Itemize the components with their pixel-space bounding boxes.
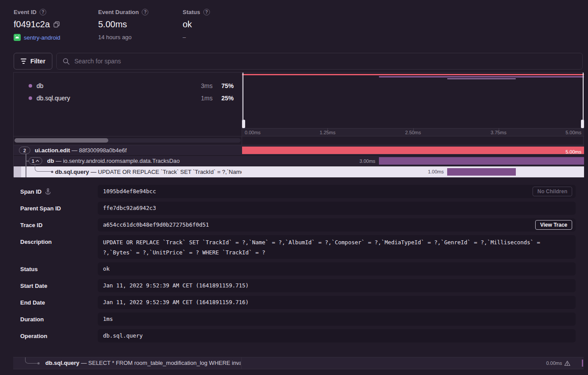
- span-children-toggle[interactable]: 2: [19, 147, 30, 154]
- axis-tick: 2.50ms: [405, 130, 421, 135]
- span-id-value: 1095bd4ef8e94bcc No Children: [98, 185, 576, 198]
- detail-label: Description: [20, 239, 52, 245]
- legend-duration: 1ms: [201, 95, 213, 102]
- tree-node-dot: [37, 362, 40, 364]
- filter-button-label: Filter: [30, 58, 45, 65]
- span-row-db-sql-query-selected[interactable]: db.sql.query — UPDATE OR REPLACE `Track`…: [14, 166, 584, 177]
- trace-id-value: a654cc61dc0b48ef9d0b27275b6f0d51 View Tr…: [98, 218, 576, 232]
- view-trace-button[interactable]: View Trace: [535, 220, 572, 230]
- event-duration-column: Event Duration ? 5.00ms 14 hours ago: [98, 9, 148, 40]
- end-date-value: Jan 11, 2022 9:52:39 AM CET (1641891159.…: [98, 296, 576, 309]
- tree-elbow-connector: [35, 165, 52, 172]
- legend-duration: 3ms: [201, 82, 213, 89]
- span-bar[interactable]: 5.00ms: [242, 147, 584, 154]
- legend-operation: db: [37, 82, 44, 89]
- filter-icon: [21, 59, 26, 64]
- chevron-up-icon: [36, 160, 39, 162]
- event-id-value: f0491c2a: [14, 19, 50, 29]
- detail-label: Operation: [20, 333, 47, 339]
- anchor-icon[interactable]: [45, 188, 51, 195]
- minimap-span-line: [379, 76, 584, 77]
- span-duration-label: 1.00ms: [428, 166, 444, 177]
- minimap-span-line: [242, 74, 584, 75]
- time-axis: 0.00ms 1.25ms 2.50ms 3.75ms 5.00ms: [242, 128, 584, 136]
- axis-tick: 1.25ms: [320, 130, 335, 135]
- span-search: [56, 53, 583, 70]
- status-label: Status: [183, 9, 200, 15]
- start-date-value: Jan 11, 2022 9:52:39 AM CET (1641891159.…: [98, 279, 576, 292]
- detail-label: Span ID: [20, 188, 41, 195]
- description-value: UPDATE OR REPLACE `Track` SET `TrackId` …: [98, 235, 576, 259]
- help-icon[interactable]: ?: [40, 9, 46, 15]
- detail-label: Parent Span ID: [20, 205, 61, 212]
- axis-tick: 5.00ms: [566, 130, 581, 135]
- filter-button[interactable]: Filter: [14, 53, 52, 70]
- tree-guide-line: [26, 154, 26, 177]
- legend-dot-icon: [29, 96, 32, 100]
- selected-row-marker: [14, 166, 21, 177]
- span-row-db[interactable]: 1 db — io.sentry.android.roomsample.data…: [14, 156, 584, 166]
- copy-icon[interactable]: [53, 21, 60, 28]
- parent-span-id-value: ffe7dbc92a6942c3: [98, 202, 576, 215]
- panel-divider: [241, 357, 242, 369]
- event-id-column: Event ID ? f0491c2a sentry-android: [14, 9, 60, 41]
- span-operation: db.sql.query: [45, 360, 79, 366]
- span-duration-label: 0.00ms: [546, 357, 562, 369]
- scrollbar-thumb[interactable]: [15, 138, 108, 143]
- status-subtext: –: [183, 34, 186, 40]
- search-input[interactable]: [74, 53, 576, 69]
- span-duration-label: 5.00ms: [566, 147, 581, 154]
- operation-value: db.sql.query: [98, 329, 576, 342]
- trace-minimap[interactable]: [242, 73, 584, 128]
- help-icon[interactable]: ?: [203, 9, 210, 15]
- span-duration-label: 3.00ms: [360, 156, 375, 166]
- detail-label: End Date: [20, 299, 45, 306]
- horizontal-scrollbar[interactable]: [15, 138, 241, 143]
- trace-view-panel: db 3ms 75% db.sql.query 1ms 25% 0.00ms 1…: [13, 72, 584, 177]
- detail-label: Trace ID: [20, 222, 43, 228]
- minimap-span-line: [447, 78, 515, 79]
- legend-percent: 25%: [221, 95, 234, 102]
- detail-label: Duration: [20, 316, 44, 323]
- status-column: Status ? ok –: [183, 9, 210, 40]
- span-row-ui-action-edit[interactable]: 2 ui.action.edit — 88f300998a0b4e6f 5.00…: [14, 145, 584, 156]
- help-icon[interactable]: ?: [142, 9, 148, 15]
- event-time-ago: 14 hours ago: [98, 34, 132, 40]
- footer-span-bar: [582, 360, 583, 367]
- minimap-left-handle-grip[interactable]: [242, 120, 245, 128]
- event-id-label: Event ID: [14, 9, 37, 15]
- legend-item-db-sql-query[interactable]: db.sql.query 1ms 25%: [14, 92, 242, 104]
- span-waterfall: 2 ui.action.edit — 88f300998a0b4e6f 5.00…: [14, 145, 584, 177]
- event-duration-value: 5.00ms: [98, 19, 127, 29]
- span-description: — UPDATE OR REPLACE `Track` SET `TrackId…: [91, 169, 242, 175]
- detail-label: Start Date: [20, 283, 47, 289]
- status-value: ok: [183, 19, 192, 29]
- legend-operation: db.sql.query: [37, 95, 70, 102]
- span-description: — io.sentry.android.roomsample.data.Trac…: [56, 158, 180, 164]
- span-bar[interactable]: [379, 157, 584, 165]
- event-duration-label: Event Duration: [98, 9, 139, 15]
- span-children-toggle[interactable]: 1: [29, 157, 42, 165]
- tree-elbow-connector: [25, 357, 39, 364]
- span-operation: ui.action.edit: [35, 147, 70, 154]
- detail-label: Status: [20, 266, 38, 272]
- minimap-right-handle-grip[interactable]: [581, 120, 584, 128]
- project-link[interactable]: sentry-android: [24, 34, 60, 41]
- legend-item-db[interactable]: db 3ms 75%: [14, 80, 242, 92]
- span-description: — 88f300998a0b4e6f: [72, 147, 127, 154]
- tree-node-dot: [51, 171, 53, 173]
- legend-dot-icon: [29, 84, 32, 88]
- duration-value: 1ms: [98, 312, 576, 326]
- axis-tick: 0.00ms: [245, 130, 261, 135]
- span-operation: db: [47, 158, 54, 164]
- android-icon: [14, 34, 21, 41]
- span-description: — SELECT * FROM room_table_modification_…: [81, 360, 241, 366]
- no-children-button[interactable]: No Children: [533, 187, 572, 196]
- warning-icon: [564, 360, 570, 366]
- legend-percent: 75%: [221, 82, 234, 89]
- axis-tick: 3.75ms: [491, 130, 507, 135]
- span-row-footer-select-query[interactable]: db.sql.query — SELECT * FROM room_table_…: [13, 357, 584, 369]
- span-bar[interactable]: [447, 168, 515, 176]
- span-details-panel: Span ID 1095bd4ef8e94bcc No Children Par…: [13, 177, 584, 348]
- search-icon: [62, 58, 70, 65]
